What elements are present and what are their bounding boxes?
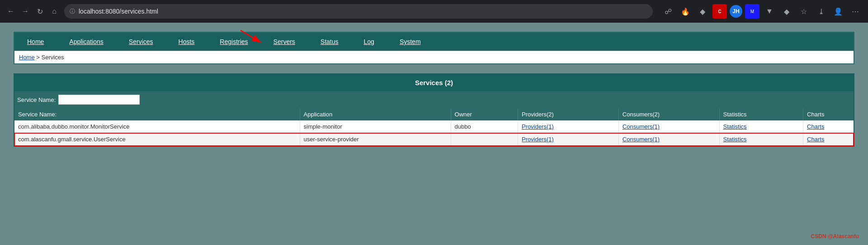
- statistics-link-1[interactable]: Statistics: [719, 120, 803, 133]
- nav-status[interactable]: Status: [308, 33, 351, 51]
- breadcrumb: Home > Services: [14, 51, 854, 63]
- browser-chrome: ← → ↻ ⌂ ⓘ localhost:8080/services.html ☍…: [0, 0, 868, 23]
- table-row: com.alibaba.dubbo.monitor.MonitorService…: [14, 120, 854, 133]
- forward-button[interactable]: →: [20, 6, 31, 17]
- col-header-application: Application: [300, 108, 451, 120]
- service-name-2: com.alascanfu.gmall.service.UserService: [14, 133, 300, 146]
- application-2: user-service-provider: [300, 133, 451, 146]
- extensions-icon[interactable]: ◆: [779, 4, 794, 19]
- nav-services[interactable]: Services: [116, 33, 166, 51]
- nav-applications[interactable]: Applications: [57, 33, 116, 51]
- translate-icon[interactable]: ☍: [661, 4, 675, 19]
- info-icon: ⓘ: [70, 8, 75, 15]
- application-1: simple-monitor: [300, 120, 451, 133]
- nav-icons: ← → ↻ ⌂: [5, 6, 60, 17]
- home-button[interactable]: ⌂: [49, 6, 60, 17]
- more-button[interactable]: ⋯: [848, 4, 863, 19]
- col-header-consumers: Consumers(2): [618, 108, 719, 120]
- extension-icon[interactable]: 🔥: [678, 4, 693, 19]
- nav-system[interactable]: System: [387, 33, 434, 51]
- col-header-owner: Owner: [451, 108, 518, 120]
- table-container: Services (2) Service Name: Service Name:…: [14, 73, 854, 147]
- col-header-providers: Providers(2): [518, 108, 619, 120]
- breadcrumb-current: Services: [42, 54, 64, 61]
- save-icon[interactable]: ⤓: [814, 4, 828, 19]
- svg-line-1: [241, 30, 261, 43]
- url-text: localhost:8080/services.html: [79, 8, 158, 15]
- col-header-service: Service Name:: [14, 108, 300, 120]
- csdn-icon[interactable]: C: [712, 4, 727, 19]
- arrow-annotation: [236, 28, 272, 48]
- consumers-link-2[interactable]: Consumers(1): [618, 133, 719, 146]
- dropdown-icon[interactable]: ▼: [762, 4, 777, 19]
- table-row: com.alascanfu.gmall.service.UserService …: [14, 133, 854, 146]
- address-bar[interactable]: ⓘ localhost:8080/services.html: [64, 4, 653, 19]
- page-content: Home Applications Services Hosts Registr…: [0, 23, 868, 156]
- search-input[interactable]: [58, 95, 140, 105]
- charts-link-2[interactable]: Charts: [803, 133, 854, 146]
- owner-2: [451, 133, 518, 146]
- search-row: Service Name:: [14, 91, 854, 108]
- breadcrumb-separator: >: [36, 54, 41, 61]
- table-header-row: Service Name: Application Owner Provider…: [14, 108, 854, 120]
- owner-1: dubbo: [451, 120, 518, 133]
- col-header-statistics: Statistics: [719, 108, 803, 120]
- nav-log[interactable]: Log: [351, 33, 387, 51]
- nav-hosts[interactable]: Hosts: [166, 33, 208, 51]
- statistics-link-2[interactable]: Statistics: [719, 133, 803, 146]
- browser-actions: ☍ 🔥 ◆ C JH M ▼ ◆ ☆ ⤓ 👤 ⋯: [661, 4, 863, 19]
- table-title: Services (2): [415, 79, 453, 86]
- providers-link-2[interactable]: Providers(1): [518, 133, 619, 146]
- avatar[interactable]: JH: [730, 5, 742, 18]
- puzzle-icon[interactable]: ◆: [695, 4, 710, 19]
- nav-container: Home Applications Services Hosts Registr…: [14, 32, 854, 64]
- refresh-button[interactable]: ↻: [34, 6, 45, 17]
- bookmarks-icon[interactable]: ☆: [797, 4, 811, 19]
- service-name-1: com.alibaba.dubbo.monitor.MonitorService: [14, 120, 300, 133]
- nav-home[interactable]: Home: [14, 33, 57, 51]
- search-label: Service Name:: [17, 96, 56, 103]
- providers-link-1[interactable]: Providers(1): [518, 120, 619, 133]
- magic-icon[interactable]: M: [745, 4, 760, 19]
- table-header-bar: Services (2): [14, 74, 854, 91]
- back-button[interactable]: ←: [5, 6, 16, 17]
- charts-link-1[interactable]: Charts: [803, 120, 854, 133]
- col-header-charts: Charts: [803, 108, 854, 120]
- consumers-link-1[interactable]: Consumers(1): [618, 120, 719, 133]
- services-table: Service Name: Application Owner Provider…: [14, 108, 854, 146]
- profile-icon[interactable]: 👤: [831, 4, 845, 19]
- breadcrumb-home[interactable]: Home: [19, 54, 35, 61]
- top-nav: Home Applications Services Hosts Registr…: [14, 33, 854, 51]
